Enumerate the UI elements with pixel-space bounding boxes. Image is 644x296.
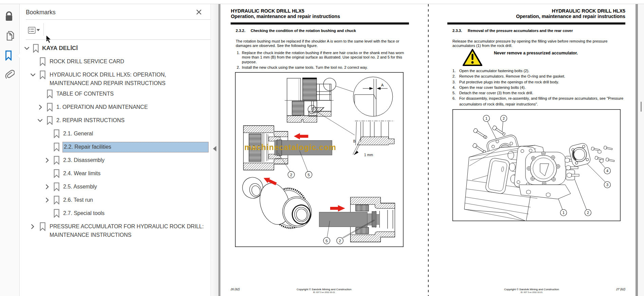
svg-text:3: 3: [606, 183, 608, 187]
svg-text:1 mm: 1 mm: [364, 153, 373, 157]
svg-text:A: A: [381, 83, 384, 87]
svg-text:5: 5: [326, 239, 328, 243]
svg-text:machinecatalogic.com: machinecatalogic.com: [245, 143, 337, 152]
svg-text:2: 2: [587, 211, 589, 215]
svg-text:1: 1: [485, 116, 487, 120]
svg-text:2: 2: [290, 173, 292, 177]
svg-text:2: 2: [503, 116, 505, 120]
svg-text:4: 4: [606, 169, 608, 173]
svg-text:5: 5: [308, 173, 310, 177]
svg-text:1: 1: [562, 211, 565, 215]
svg-text:2: 2: [339, 239, 341, 243]
svg-text:B: B: [353, 139, 356, 143]
